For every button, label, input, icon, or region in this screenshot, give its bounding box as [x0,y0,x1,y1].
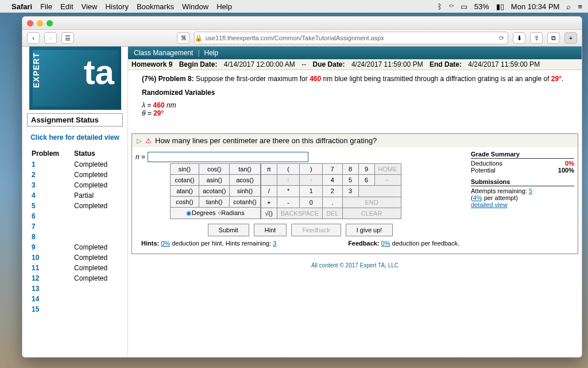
calc-cos[interactable]: cos() [199,164,230,175]
key-pi[interactable]: π [261,164,277,175]
calc-cotan[interactable]: cotan() [171,175,199,186]
notification-icon[interactable]: ≡ [578,2,582,11]
key-6[interactable]: 6 [358,175,374,186]
assignment-status-header: Assignment Status [27,113,123,126]
key-8[interactable]: 8 [342,164,358,175]
list-item[interactable]: 3Completed [29,181,121,190]
menu-view[interactable]: View [82,2,98,11]
back-button[interactable]: ‹ [27,32,40,44]
key-up[interactable]: ↑ [277,175,300,186]
list-item[interactable]: 4Partial [29,191,121,200]
close-icon[interactable] [27,20,33,26]
display-icon[interactable]: ▭ [461,2,467,11]
list-item[interactable]: 14 [29,294,121,304]
list-item[interactable]: 6 [29,212,121,221]
calc-sin[interactable]: sin() [171,164,199,175]
key-rparen[interactable]: ) [300,164,323,175]
list-item[interactable]: 8 [29,232,121,241]
calc-cotanh[interactable]: cotanh() [230,197,260,208]
app-name[interactable]: Safari [11,2,32,11]
key-1[interactable]: 1 [300,186,323,197]
battery-icon[interactable]: ▮▯ [496,2,504,11]
key-clear[interactable]: CLEAR [342,208,401,218]
url-bar[interactable]: 🔒 use11fl.theexpertta.com/Common/TakeTut… [194,32,508,44]
safari-window: ‹ › ☰ ℜ 🔒 use11fl.theexpertta.com/Common… [22,16,582,358]
calc-tan[interactable]: tan() [230,164,260,175]
feedback-button[interactable]: Feedback [291,224,341,236]
list-item[interactable]: 9Completed [29,243,121,252]
maximize-icon[interactable] [47,20,53,26]
key-minus[interactable]: - [277,197,300,208]
menu-file[interactable]: File [40,2,52,11]
calc-acos[interactable]: acos() [230,175,260,186]
calc-atan[interactable]: atan() [171,186,199,197]
browser-toolbar: ‹ › ☰ ℜ 🔒 use11fl.theexpertta.com/Common… [22,29,582,47]
key-lparen[interactable]: ( [277,164,300,175]
menu-history[interactable]: History [105,2,128,11]
reload-icon[interactable]: ⟳ [499,34,504,42]
key-div[interactable]: / [261,186,277,197]
calc-tanh[interactable]: tanh() [199,197,230,208]
list-item[interactable]: 5Completed [29,201,121,210]
minimize-icon[interactable] [37,20,43,26]
clock[interactable]: Mon 10:34 PM [511,2,560,11]
calc-asin[interactable]: asin() [199,175,230,186]
detailed-view-link[interactable]: Click here for detailed view [22,130,127,145]
key-del[interactable]: DEL [323,208,342,218]
reader-button[interactable]: ℜ [177,32,189,44]
key-mul[interactable]: * [277,186,300,197]
calc-acotan[interactable]: acotan() [199,186,230,197]
menu-window[interactable]: Window [182,2,208,11]
key-left[interactable]: ← [374,175,401,186]
warning-icon: ⚠ [145,137,152,145]
key-up2[interactable]: ↑ [300,175,323,186]
sidebar-button[interactable]: ☰ [61,32,74,44]
list-item[interactable]: 15 [29,305,121,314]
list-item[interactable]: 7 [29,222,121,231]
calc-sinh[interactable]: sinh() [230,186,260,197]
key-7[interactable]: 7 [323,164,342,175]
key-backspace[interactable]: BACKSPACE [277,208,322,218]
key-4[interactable]: 4 [323,175,342,186]
expert-ta-logo: EXPERT ta [29,47,121,110]
menu-help[interactable]: Help [204,49,219,57]
menu-edit[interactable]: Edit [60,2,73,11]
key-5[interactable]: 5 [342,175,358,186]
key-home[interactable]: HOME [374,164,401,175]
menu-class-management[interactable]: Class Management [134,49,193,57]
key-plus[interactable]: + [261,197,277,208]
answer-input[interactable] [148,152,308,162]
key-end[interactable]: END [342,197,401,208]
search-icon[interactable]: ⌕ [566,2,571,11]
tabs-button[interactable]: ⧉ [547,32,560,44]
menu-help[interactable]: Help [216,2,232,11]
list-item[interactable]: 13 [29,284,121,293]
key-0[interactable]: 0 [300,197,323,208]
list-item[interactable]: 10Completed [29,253,121,262]
menu-bookmarks[interactable]: Bookmarks [137,2,174,11]
forward-button[interactable]: › [44,32,57,44]
share-button[interactable]: ⇪ [530,32,543,44]
detailed-view-link-2[interactable]: detailed view [471,201,574,208]
hint-button[interactable]: Hint [254,224,287,236]
list-item[interactable]: 11Completed [29,263,121,273]
play-icon: ▷ [137,137,142,145]
submit-button[interactable]: Submit [208,224,249,236]
list-item[interactable]: 12Completed [29,274,121,283]
calculator: sin()cos()tan() cotan()asin()acos() atan… [170,163,465,219]
wifi-icon[interactable]: ⌔ [449,2,454,11]
key-9[interactable]: 9 [358,164,374,175]
list-item[interactable]: 1Completed [29,160,121,169]
calc-cosh[interactable]: cosh() [171,197,199,208]
window-titlebar[interactable] [22,17,582,29]
bluetooth-icon[interactable]: ᛒ [438,2,442,11]
key-2[interactable]: 2 [323,186,342,197]
angle-mode[interactable]: ◉Degrees ○Radians [171,208,261,219]
download-button[interactable]: ⬇ [513,32,525,44]
newtab-button[interactable]: + [564,32,577,44]
key-dot[interactable]: . [323,197,342,208]
key-3[interactable]: 3 [342,186,358,197]
key-sqrt[interactable]: √() [261,208,277,218]
list-item[interactable]: 2Completed [29,170,121,179]
giveup-button[interactable]: I give up! [346,224,393,236]
